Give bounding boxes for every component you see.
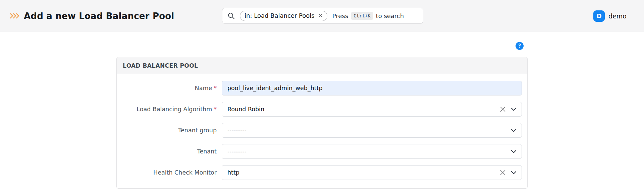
form-field-row: Health Check Monitor http: [117, 165, 522, 180]
field-label: Load Balancing Algorithm*: [117, 106, 217, 113]
breadcrumb-chevrons-icon: [10, 13, 20, 19]
form-field-row: Tenant group ---------: [117, 123, 522, 138]
field-label-tenant: Tenant: [197, 148, 217, 155]
field-label: Tenant group: [117, 127, 217, 134]
panel-body: Name* pool_live_ident_admin_web_http Loa…: [117, 81, 527, 180]
field-label: Health Check Monitor: [117, 169, 217, 176]
field-label: Tenant: [117, 148, 217, 155]
user-menu[interactable]: D demo: [593, 0, 627, 32]
search-kbd-shortcut: Ctrl+K: [351, 12, 373, 20]
select-tenant-group[interactable]: ---------: [222, 123, 522, 138]
input-name[interactable]: pool_live_ident_admin_web_http: [222, 81, 522, 95]
clear-icon[interactable]: [500, 170, 506, 176]
panel-title: LOAD BALANCER POOL: [123, 62, 198, 69]
field-label-tenant-group: Tenant group: [178, 127, 217, 134]
clear-icon[interactable]: [500, 106, 506, 112]
field-label: Name*: [117, 85, 217, 91]
select-health-check-monitor[interactable]: http: [222, 165, 522, 180]
field-value-tenant: ---------: [227, 148, 511, 155]
chip-clear-icon[interactable]: [318, 13, 323, 18]
chevron-down-icon[interactable]: [511, 171, 517, 175]
field-label-health-check-monitor: Health Check Monitor: [153, 169, 217, 176]
field-label-name: Name: [195, 85, 212, 91]
required-asterisk: *: [214, 106, 217, 113]
page-title-group: Add a new Load Balancer Pool: [10, 0, 174, 32]
field-value-health-check-monitor: http: [227, 169, 500, 176]
search-filter-chip[interactable]: in: Load Balancer Pools: [240, 11, 327, 21]
avatar: D: [593, 10, 605, 22]
required-asterisk: *: [214, 85, 217, 91]
form-field-row: Name* pool_live_ident_admin_web_http: [117, 81, 522, 95]
select-load-balancing-algorithm[interactable]: Round Robin: [222, 102, 522, 117]
search-hint-suffix: to search: [376, 12, 404, 19]
help-icon: ?: [518, 44, 521, 49]
field-value-tenant-group: ---------: [227, 127, 511, 134]
field-label-load-balancing-algorithm: Load Balancing Algorithm: [137, 106, 212, 113]
chevron-down-icon[interactable]: [511, 108, 517, 111]
search-hint-press: Press: [332, 12, 348, 19]
chevron-down-icon[interactable]: [511, 150, 517, 153]
chevron-down-icon[interactable]: [511, 129, 517, 132]
panel-header: LOAD BALANCER POOL: [117, 57, 527, 74]
page-title: Add a new Load Balancer Pool: [24, 11, 174, 21]
search-icon: [228, 12, 235, 19]
field-value-name: pool_live_ident_admin_web_http: [227, 85, 517, 91]
select-tenant[interactable]: ---------: [222, 144, 522, 159]
search-filter-chip-label: in: Load Balancer Pools: [245, 12, 315, 19]
form-field-row: Load Balancing Algorithm* Round Robin: [117, 102, 522, 117]
field-value-load-balancing-algorithm: Round Robin: [227, 106, 500, 113]
form-field-row: Tenant ---------: [117, 144, 522, 159]
global-search-input[interactable]: in: Load Balancer Pools Press Ctrl+K to …: [222, 8, 423, 24]
search-shortcut-hint: Press Ctrl+K to search: [332, 12, 404, 20]
help-button[interactable]: ?: [516, 42, 524, 50]
username-label: demo: [608, 12, 627, 20]
load-balancer-pool-form-panel: LOAD BALANCER POOL Name* pool_live_ident…: [116, 57, 528, 189]
